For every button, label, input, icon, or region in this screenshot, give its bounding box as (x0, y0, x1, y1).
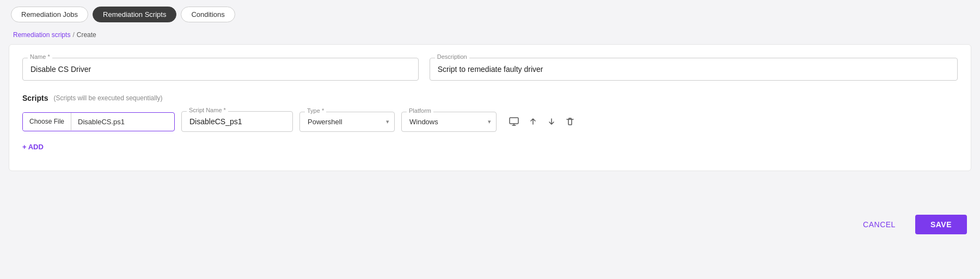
up-arrow-icon (528, 117, 538, 126)
tab-conditions[interactable]: Conditions (181, 7, 235, 22)
platform-select[interactable]: Windows Linux macOS (401, 112, 497, 132)
scripts-subtitle: (Scripts will be executed sequentially) (53, 94, 162, 102)
top-nav: Remediation Jobs Remediation Scripts Con… (0, 0, 980, 28)
script-name-field-group: Script Name * (181, 111, 293, 132)
monitor-icon (509, 116, 519, 127)
platform-label: Platform (407, 107, 433, 114)
script-name-label: Script Name * (187, 107, 228, 113)
scripts-header: Scripts (Scripts will be executed sequen… (22, 94, 958, 102)
cancel-button[interactable]: CANCEL (852, 215, 906, 234)
file-input-wrapper: Choose File DisableCS.ps1 (22, 112, 175, 131)
name-field-group: Name * (22, 58, 419, 81)
breadcrumb-parent[interactable]: Remediation scripts (13, 31, 70, 39)
monitor-icon-button[interactable] (505, 113, 523, 130)
type-select[interactable]: Powershell Bash Python (299, 112, 395, 132)
tab-remediation-scripts[interactable]: Remediation Scripts (93, 7, 176, 22)
name-label: Name * (28, 53, 52, 60)
script-row: Choose File DisableCS.ps1 Script Name * … (22, 111, 958, 132)
name-input[interactable] (22, 58, 419, 81)
scripts-title: Scripts (22, 94, 48, 102)
description-label: Description (435, 53, 469, 60)
breadcrumb-separator: / (72, 31, 74, 39)
type-label: Type * (305, 107, 326, 114)
svg-rect-0 (510, 118, 518, 124)
breadcrumb: Remediation scripts / Create (0, 28, 980, 44)
move-up-button[interactable] (525, 113, 541, 130)
main-content: Name * Description Scripts (Scripts will… (9, 44, 971, 171)
bottom-actions: CANCEL SAVE (0, 204, 980, 245)
breadcrumb-current: Create (77, 31, 96, 39)
action-icons (505, 113, 578, 130)
tab-remediation-jobs[interactable]: Remediation Jobs (11, 7, 88, 22)
move-down-button[interactable] (543, 113, 560, 130)
save-button[interactable]: SAVE (915, 215, 967, 234)
description-field-group: Description (430, 58, 958, 81)
choose-file-button[interactable]: Choose File (23, 113, 71, 130)
delete-icon (565, 117, 575, 126)
add-script-button[interactable]: + ADD (22, 141, 44, 153)
down-arrow-icon (547, 117, 556, 126)
form-row-top: Name * Description (22, 58, 958, 81)
file-name-display: DisableCS.ps1 (71, 113, 174, 131)
description-input[interactable] (430, 58, 958, 81)
delete-button[interactable] (562, 113, 578, 130)
script-name-input[interactable] (181, 111, 293, 132)
platform-field-group: Platform Windows Linux macOS ▾ (401, 112, 497, 132)
type-field-group: Type * Powershell Bash Python ▾ (299, 112, 395, 132)
